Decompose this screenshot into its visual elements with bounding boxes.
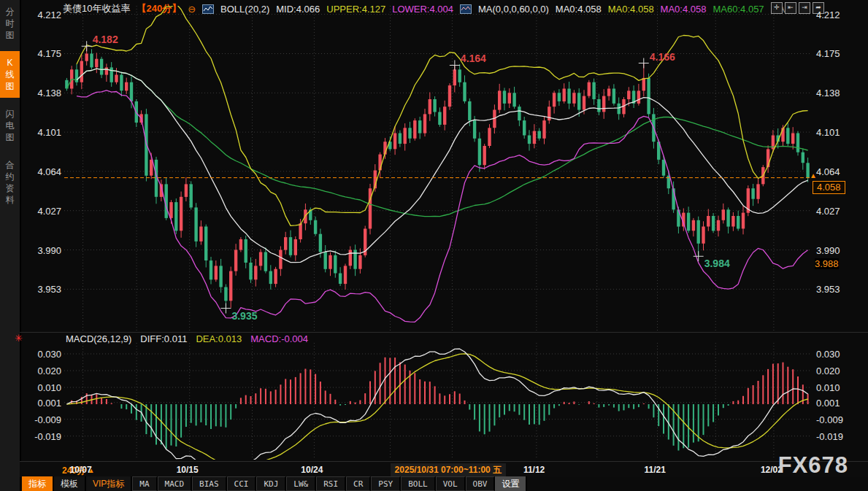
price-axis-label: 4.064 <box>816 166 860 177</box>
toolbar-item-bias[interactable]: BIAS <box>192 476 227 491</box>
current-price-arrow-icon: ▲ <box>810 172 817 179</box>
indicator-toolbar: 指标模板VIP指标MAMACDBIASCCIKDJLW&RSICRPSYBOLL… <box>22 476 527 491</box>
macd-axis-label: 0.020 <box>816 366 860 376</box>
date-label: 10/15 <box>177 465 199 475</box>
current-price-tag: 4.058 <box>813 181 845 194</box>
price-axis-label: 4.212 <box>816 9 860 20</box>
toolbar-item-[interactable]: 模板 <box>54 476 86 491</box>
macd-canvas[interactable] <box>64 343 810 460</box>
price-axis-label: 4.101 <box>25 127 61 138</box>
watermark: FX678 <box>778 452 848 479</box>
macd-axis-label: 0.030 <box>25 349 61 360</box>
sidebar: 分 时 图K 线 图闪 电 图合 约 资 料 <box>0 0 21 491</box>
kline-app: 分 时 图K 线 图闪 电 图合 约 资 料 ✳ 美债10年收益率 【240分】… <box>0 0 868 491</box>
prev-price-tag: 3.988 <box>815 258 839 269</box>
sidebar-tab-1[interactable]: 分 时 图 <box>0 0 20 47</box>
price-axis-label: 4.175 <box>816 48 860 59</box>
macd-axis-label: 0.001 <box>25 398 61 409</box>
macd-axis-label: 0.010 <box>25 382 61 393</box>
main-chart-canvas[interactable]: 4.1823.9354.1644.1663.984 <box>64 6 810 333</box>
date-label: 11/12 <box>523 465 545 475</box>
toolbar-item-ma[interactable]: MA <box>132 476 157 491</box>
price-axis-label: 3.990 <box>25 245 61 256</box>
highlight-datetime: 2025/10/31 07:00~11:00 五 <box>391 463 506 477</box>
date-label: 10/07 <box>70 465 92 475</box>
svg-text:3.984: 3.984 <box>704 258 730 269</box>
toolbar-item-boll[interactable]: BOLL <box>401 476 436 491</box>
macd-axis-label: 0.030 <box>816 349 860 360</box>
toolbar-item-[interactable]: 设置 <box>495 476 527 491</box>
price-axis-label: 4.175 <box>25 48 61 59</box>
date-label: 10/24 <box>301 465 323 475</box>
svg-text:4.182: 4.182 <box>93 34 118 45</box>
price-axis-label: 4.064 <box>25 166 61 177</box>
macd-axis-label: 0.001 <box>816 398 860 409</box>
macd-axis-label: 0.020 <box>25 366 61 376</box>
toolbar-item-cci[interactable]: CCI <box>227 476 257 491</box>
sidebar-tab-2[interactable]: K 线 图 <box>0 51 20 98</box>
price-axis-label: 4.101 <box>816 127 860 138</box>
toolbar-item-kdj[interactable]: KDJ <box>256 476 286 491</box>
sidebar-tab-4[interactable]: 合 约 资 料 <box>0 153 20 212</box>
price-axis-label: 4.027 <box>816 206 860 217</box>
date-label: 11/21 <box>644 465 665 475</box>
price-axis-label: 3.953 <box>816 284 860 295</box>
toolbar-item-rsi[interactable]: RSI <box>316 476 346 491</box>
toolbar-item-obv[interactable]: OBV <box>466 476 496 491</box>
price-axis-label: 3.990 <box>816 245 860 256</box>
macd-axis-label: -0.009 <box>816 414 860 425</box>
macd-axis-label: -0.019 <box>816 431 860 442</box>
svg-text:4.166: 4.166 <box>650 51 675 63</box>
toolbar-item-cr[interactable]: CR <box>346 476 371 491</box>
macd-axis-label: 0.010 <box>816 382 860 393</box>
svg-text:4.164: 4.164 <box>461 53 486 64</box>
toolbar-item-lw[interactable]: LW& <box>286 476 316 491</box>
toolbar-item-macd[interactable]: MACD <box>158 476 193 491</box>
time-axis: 240分 ▲ 10/0710/1510/2411/1211/2112/02202… <box>20 461 868 477</box>
macd-axis-label: -0.019 <box>25 431 61 442</box>
macd-axis-label: -0.009 <box>25 414 61 425</box>
svg-text:3.935: 3.935 <box>231 310 257 322</box>
sidebar-tab-3[interactable]: 闪 电 图 <box>0 102 20 149</box>
price-axis-label: 4.212 <box>25 9 61 20</box>
price-axis-label: 3.953 <box>25 284 61 295</box>
price-axis-label: 4.027 <box>25 206 61 217</box>
toolbar-item-vol[interactable]: VOL <box>436 476 466 491</box>
indicator-star-icon: ✳ <box>15 333 23 344</box>
toolbar-item-[interactable]: 指标 <box>22 476 54 491</box>
price-axis-label: 4.138 <box>25 88 61 98</box>
toolbar-item-vip[interactable]: VIP指标 <box>86 476 132 491</box>
price-axis-label: 4.138 <box>816 88 860 98</box>
pane-divider[interactable] <box>20 332 868 333</box>
toolbar-item-psy[interactable]: PSY <box>371 476 401 491</box>
